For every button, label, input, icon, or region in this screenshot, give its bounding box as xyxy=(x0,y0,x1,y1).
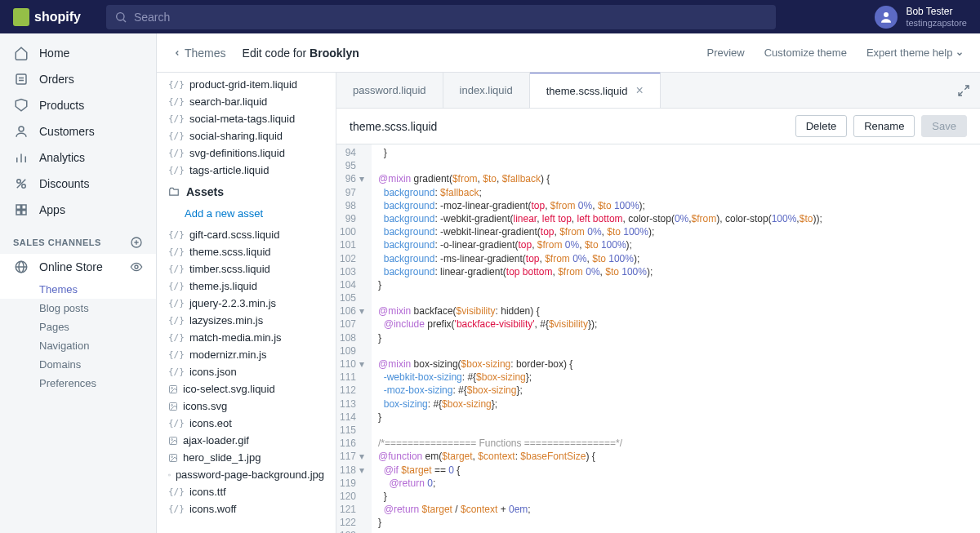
add-asset-link[interactable]: Add a new asset xyxy=(157,205,336,226)
nav-apps[interactable]: Apps xyxy=(0,197,156,223)
delete-button[interactable]: Delete xyxy=(795,115,848,137)
image-file-icon xyxy=(168,384,178,394)
editor-tabs: password.liquidindex.liquidtheme.scss.li… xyxy=(336,73,980,109)
code-file-icon: {/} xyxy=(168,96,185,107)
code-file-icon: {/} xyxy=(168,79,185,90)
tree-item[interactable]: {/}modernizr.min.js xyxy=(157,346,336,363)
logo[interactable]: shopify xyxy=(13,8,81,26)
svg-rect-13 xyxy=(16,205,20,209)
code-file-icon: {/} xyxy=(168,229,185,240)
code-editor[interactable]: 94 95 96▾97 98 99 100 101 102 103 104 10… xyxy=(336,144,980,533)
tab-password-liquid[interactable]: password.liquid xyxy=(336,73,443,108)
nav-sub-domains[interactable]: Domains xyxy=(0,355,156,374)
close-tab-icon[interactable]: × xyxy=(635,83,643,98)
nav-sub-preferences[interactable]: Preferences xyxy=(0,374,156,393)
tree-item[interactable]: {/}social-meta-tags.liquid xyxy=(157,110,336,127)
code-file-icon: {/} xyxy=(168,332,185,343)
code-file-icon: {/} xyxy=(168,486,185,497)
tree-item[interactable]: {/}theme.scss.liquid xyxy=(157,243,336,260)
tree-item[interactable]: {/}tags-article.liquid xyxy=(157,162,336,179)
brand-text: shopify xyxy=(34,10,81,24)
svg-rect-3 xyxy=(16,74,26,84)
tree-item[interactable]: {/}timber.scss.liquid xyxy=(157,260,336,278)
nav-home[interactable]: Home xyxy=(0,40,156,66)
image-file-icon xyxy=(168,402,178,411)
tree-item[interactable]: {/}product-grid-item.liquid xyxy=(157,76,336,93)
eye-icon[interactable] xyxy=(130,260,143,273)
tree-item[interactable]: {/}social-sharing.liquid xyxy=(157,127,336,144)
store-icon xyxy=(13,259,29,275)
user-name: Bob Tester xyxy=(906,6,967,17)
tab-index-liquid[interactable]: index.liquid xyxy=(443,73,530,108)
tree-item[interactable]: {/}icons.json xyxy=(157,363,336,380)
code-file-icon: {/} xyxy=(168,315,185,326)
svg-point-11 xyxy=(22,184,26,189)
code-file-icon: {/} xyxy=(168,247,185,257)
tree-item[interactable]: {/}svg-definitions.liquid xyxy=(157,144,336,162)
back-to-themes[interactable]: Themes xyxy=(173,47,226,60)
action-preview[interactable]: Preview xyxy=(706,47,744,59)
code-file-icon: {/} xyxy=(168,165,185,175)
tree-item[interactable]: ajax-loader.gif xyxy=(157,432,336,449)
sales-channels-header: SALES CHANNELS xyxy=(0,223,156,254)
nav-analytics[interactable]: Analytics xyxy=(0,144,156,171)
code-file-icon: {/} xyxy=(168,366,185,377)
nav-sub-blog-posts[interactable]: Blog posts xyxy=(0,299,156,318)
image-file-icon xyxy=(168,453,178,463)
nav-orders[interactable]: Orders xyxy=(0,66,156,92)
expand-editor[interactable] xyxy=(947,73,980,108)
home-icon xyxy=(13,45,29,61)
action-expert-theme-help[interactable]: Expert theme help xyxy=(866,47,964,59)
code-file-icon: {/} xyxy=(168,504,185,514)
tree-item[interactable]: password-page-background.jpg xyxy=(157,466,336,483)
svg-rect-14 xyxy=(22,205,26,209)
search-placeholder: Search xyxy=(134,11,170,24)
tree-item[interactable]: {/}theme.js.liquid xyxy=(157,278,336,295)
action-customize-theme[interactable]: Customize theme xyxy=(764,47,847,59)
rename-button[interactable]: Rename xyxy=(853,115,915,137)
chevron-left-icon xyxy=(173,48,181,58)
tree-item[interactable]: {/}search-bar.liquid xyxy=(157,93,336,110)
code-file-icon: {/} xyxy=(168,148,185,158)
svg-point-23 xyxy=(135,265,138,269)
tree-item[interactable]: {/}icons.woff xyxy=(157,500,336,517)
svg-point-2 xyxy=(884,12,889,17)
page-title: Edit code for Brooklyn xyxy=(243,47,359,60)
tree-item[interactable]: {/}jquery-2.2.3.min.js xyxy=(157,295,336,312)
tree-item[interactable]: {/}lazysizes.min.js xyxy=(157,312,336,329)
sidebar: HomeOrdersProductsCustomersAnalyticsDisc… xyxy=(0,33,157,533)
nav-online-store[interactable]: Online Store xyxy=(0,254,156,280)
shopify-logo-icon xyxy=(13,8,29,26)
discounts-icon xyxy=(13,175,29,192)
svg-point-25 xyxy=(172,387,173,389)
search-bar[interactable]: Search xyxy=(106,5,776,29)
file-tree: {/}product-grid-item.liquid{/}search-bar… xyxy=(157,73,336,533)
tree-item[interactable]: {/}icons.eot xyxy=(157,415,336,432)
tree-item[interactable]: hero_slide_1.jpg xyxy=(157,449,336,466)
svg-point-10 xyxy=(17,180,21,184)
nav-products[interactable]: Products xyxy=(0,92,156,118)
avatar xyxy=(875,6,898,29)
nav-sub-pages[interactable]: Pages xyxy=(0,318,156,336)
tree-item[interactable]: icons.svg xyxy=(157,398,336,415)
add-channel-icon[interactable] xyxy=(130,236,143,249)
tab-theme-scss-liquid[interactable]: theme.scss.liquid× xyxy=(530,73,661,108)
assets-folder[interactable]: Assets xyxy=(157,179,336,205)
image-file-icon xyxy=(168,436,178,446)
nav-sub-themes[interactable]: Themes xyxy=(0,280,156,299)
nav-discounts[interactable]: Discounts xyxy=(0,171,156,197)
person-icon xyxy=(879,10,893,24)
tree-item[interactable]: {/}match-media.min.js xyxy=(157,329,336,346)
nav-customers[interactable]: Customers xyxy=(0,118,156,144)
nav-sub-navigation[interactable]: Navigation xyxy=(0,336,156,355)
image-file-icon xyxy=(168,470,171,480)
code-file-icon: {/} xyxy=(168,418,185,429)
search-icon xyxy=(114,11,127,24)
svg-point-31 xyxy=(172,455,173,457)
topbar: shopify Search Bob Tester testingzapstor… xyxy=(0,0,980,33)
tree-item[interactable]: {/}icons.ttf xyxy=(157,483,336,500)
tree-item[interactable]: {/}gift-card.scss.liquid xyxy=(157,226,336,243)
svg-point-6 xyxy=(19,127,24,131)
tree-item[interactable]: ico-select.svg.liquid xyxy=(157,380,336,398)
user-menu[interactable]: Bob Tester testingzapstore xyxy=(875,6,967,29)
